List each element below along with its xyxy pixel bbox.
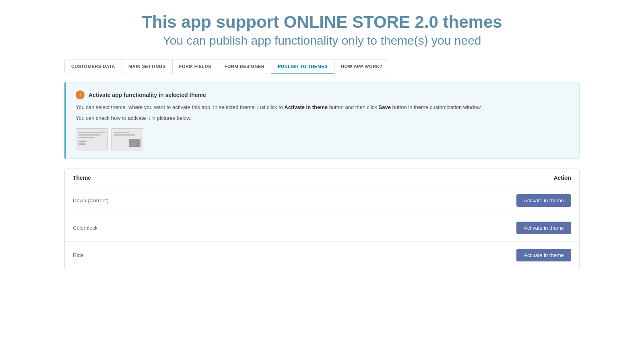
tab-customers-data[interactable]: CUSTOMERS DATA [65,60,122,74]
thumb-rect [129,139,140,147]
thumb-icon-lines [78,141,87,146]
thumb-icon-line [78,143,85,144]
tab-form-designer[interactable]: FORM DESIGNER [218,60,271,74]
thumb-icon-line [78,141,87,142]
theme-name: Down (Current) [73,197,109,204]
tab-how-app-work[interactable]: HOW APP WORK? [334,60,389,74]
table-row: ColorblockActivate in theme [65,214,579,242]
table-row: RideActivate in theme [65,242,579,269]
info-icon: ! [76,90,85,99]
table-body: Down (Current)Activate in themeColorbloc… [65,187,579,269]
header-title: This app support ONLINE STORE 2.0 themes [64,12,580,32]
thumb-icon-line [78,144,86,145]
info-box-title: Activate app functionality in selected t… [89,92,206,98]
thumb-line [114,132,130,133]
activate-in-theme-button[interactable]: Activate in theme [516,194,571,207]
tab-form-fields[interactable]: FORM FIELDS [173,60,218,74]
info-box-header: ! Activate app functionality in selected… [76,90,570,99]
header-subtitle: You can publish app functionality only t… [64,34,580,47]
thumb-line [78,137,95,138]
tab-main-settings[interactable]: MAIN SETTINGS [122,60,173,74]
theme-name: Colorblock [73,225,97,231]
page-header: This app support ONLINE STORE 2.0 themes… [64,12,580,47]
thumb-line [78,132,105,133]
activate-in-theme-button[interactable]: Activate in theme [516,222,571,234]
col-theme-label: Theme [73,175,91,181]
info-box: ! Activate app functionality in selected… [64,82,580,159]
thumbnails [76,128,570,150]
thumbnail-2 [111,128,143,150]
activate-in-theme-button[interactable]: Activate in theme [516,249,571,261]
thumb-line [114,134,135,136]
theme-name: Ride [73,252,84,258]
theme-table: Theme Action Down (Current)Activate in t… [64,169,580,269]
info-box-text2: You can check how to activate it in pict… [76,114,570,123]
table-header: Theme Action [65,169,579,187]
tab-bar: CUSTOMERS DATAMAIN SETTINGSFORM FIELDSFO… [64,60,389,74]
table-row: Down (Current)Activate in theme [65,187,579,214]
thumbnail-1 [76,128,108,150]
thumb-line [78,134,100,136]
col-action-label: Action [553,175,571,181]
info-box-text1: You can select theme, where you want to … [76,103,570,112]
tab-publish-to-themes[interactable]: PUBLISH TO THEMES [271,60,334,74]
